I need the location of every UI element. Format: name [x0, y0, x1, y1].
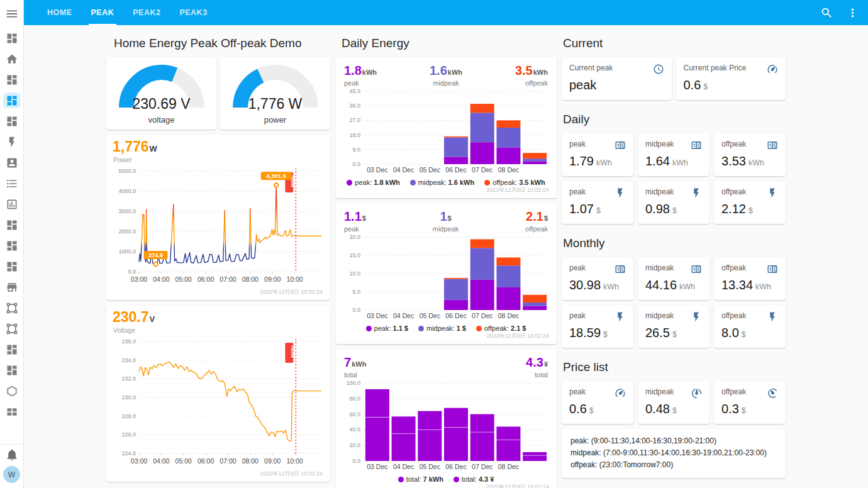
sidebar-item-vector-2[interactable] — [3, 321, 21, 336]
voltage-gauge-card[interactable]: 230.69 V voltage — [106, 57, 216, 130]
x-tick-label: 05 Dec — [420, 166, 440, 174]
bar-segment — [470, 432, 494, 461]
power-chart-subtitle: Power — [113, 156, 324, 164]
stat-card-unit: kWh — [596, 158, 612, 167]
y-tick-label: 60.0 — [349, 411, 360, 418]
bar-segment — [470, 113, 494, 142]
legend-item[interactable]: offpeak: 2.1 $ — [476, 324, 526, 332]
daily-energy-kwh-stat-peak: 1.8kWhpeak — [344, 64, 377, 87]
x-tick-label: 05 Dec — [420, 463, 440, 470]
stat-card-row: peak1.07$midpeak0.98$offpeak2.12$ — [562, 181, 786, 224]
sidebar-item-dashboard-8[interactable] — [3, 362, 21, 378]
sidebar-item-dashboard-6[interactable] — [3, 258, 21, 274]
x-tick-label: 05:00 — [175, 457, 192, 465]
daily-offpeak-card[interactable]: offpeak2.12$ — [714, 181, 786, 224]
x-tick-label: 09:00 — [264, 275, 281, 283]
sidebar-item-hacs[interactable] — [3, 279, 21, 295]
tab-home[interactable]: HOME — [38, 0, 82, 25]
stat-card-label: midpeak — [645, 187, 674, 196]
monthly-peak-card[interactable]: peak30.98kWh — [562, 257, 633, 300]
daily-peak-card[interactable]: peak1.79kWh — [562, 133, 633, 176]
legend-item[interactable]: midpeak: 1.6 kWh — [410, 179, 474, 186]
view-tabs: HOMEPEAKPEAK2PEAK3 — [38, 0, 217, 25]
y-tick-label: 226.0 — [121, 431, 136, 438]
x-tick-label: 08:00 — [242, 275, 259, 283]
tab-peak2[interactable]: PEAK2 — [123, 0, 170, 25]
legend-item[interactable]: peak: 1.1 $ — [366, 324, 408, 332]
y-tick-label: 5.0 — [352, 289, 360, 295]
x-tick-label: 06 Dec — [445, 463, 466, 470]
stat-card-label: peak — [569, 387, 586, 396]
legend-item[interactable]: midpeak: 1 $ — [418, 324, 466, 332]
x-tick-label: 07 Dec — [472, 463, 492, 470]
sidebar-item-history[interactable] — [3, 196, 21, 212]
x-tick-label: 08 Dec — [498, 312, 519, 319]
x-tick-label: 04 Dec — [393, 312, 414, 319]
price-list-offpeak-card[interactable]: offpeak0.3$ — [714, 381, 786, 424]
sidebar-item-integrations[interactable] — [3, 383, 21, 399]
legend-item[interactable]: total: 7 kWh — [398, 475, 443, 483]
sidebar-item-dashboard-2[interactable] — [3, 72, 21, 87]
bar-segment — [496, 287, 520, 310]
y-tick-label: 0.0 — [128, 269, 136, 275]
y-tick-label: 15.0 — [349, 252, 360, 258]
tab-peak3[interactable]: PEAK3 — [170, 0, 216, 25]
sidebar-item-logbook[interactable] — [3, 175, 21, 191]
stat-card-label: peak — [569, 187, 586, 196]
y-tick-label: 1000.0 — [118, 248, 136, 255]
x-tick-label: 03:00 — [131, 457, 147, 465]
user-avatar[interactable]: W — [3, 466, 20, 483]
sidebar-item-person[interactable] — [3, 155, 21, 170]
bar-segment — [496, 147, 520, 164]
sidebar-item-energy[interactable] — [3, 134, 21, 150]
stat-card-row: peak0.6$midpeak0.48$offpeak0.3$ — [562, 381, 786, 424]
stat-card-unit: kWh — [603, 282, 619, 291]
line-series — [139, 362, 321, 441]
sidebar-item-dashboard-9[interactable] — [3, 404, 21, 419]
monthly-peak-card[interactable]: peak18.59$ — [562, 305, 633, 348]
tab-peak[interactable]: PEAK — [82, 0, 124, 25]
voltage-gauge-label: voltage — [106, 115, 216, 125]
monthly-midpeak-card[interactable]: midpeak44.16kWh — [638, 257, 709, 300]
legend-item[interactable]: offpeak: 3.5 kWh — [484, 179, 545, 186]
sidebar-item-dashboard-7[interactable] — [3, 341, 21, 357]
stat-card-label: offpeak — [721, 140, 746, 148]
more-vert-icon[interactable] — [846, 6, 859, 19]
sidebar-item-dashboard-4[interactable] — [3, 217, 21, 233]
price-list-peak-card[interactable]: peak0.6$ — [562, 381, 633, 424]
daily-energy-total-stat-total: 4.3¥total — [526, 355, 548, 379]
sidebar-item-dashboard-5[interactable] — [3, 238, 21, 253]
sidebar-item-home-energy[interactable] — [3, 51, 21, 67]
current-current-peak-card[interactable]: Current peakpeak — [562, 57, 672, 100]
notifications-bell-icon[interactable] — [6, 448, 18, 463]
power-gauge-card[interactable]: 1,776 W power — [220, 57, 330, 130]
y-tick-label: 2000.0 — [118, 228, 136, 235]
voltage-chart-timestamp: 2022年12月9日 10:02:24 — [113, 470, 323, 478]
sidebar-item-dashboard-1[interactable] — [3, 30, 21, 46]
monthly-offpeak-card[interactable]: offpeak8.0$ — [714, 305, 786, 348]
daily-energy-kwh-chart: 0.09.018.027.036.045.003 Dec04 Dec05 Dec… — [342, 87, 549, 175]
bar-segment — [444, 137, 468, 157]
flash-icon — [691, 311, 702, 323]
monthly-midpeak-card[interactable]: midpeak26.5$ — [638, 305, 709, 348]
sidebar-item-dashboard-3[interactable] — [3, 113, 21, 129]
daily-peak-card[interactable]: peak1.07$ — [562, 181, 633, 224]
daily-midpeak-card[interactable]: midpeak0.98$ — [638, 181, 709, 224]
sidebar-item-vector-1[interactable] — [3, 300, 21, 316]
daily-midpeak-card[interactable]: midpeak1.64kWh — [638, 133, 709, 176]
search-icon[interactable] — [820, 6, 833, 19]
sidebar-item-peak-dashboard[interactable] — [3, 92, 21, 108]
price-list-midpeak-card[interactable]: midpeak0.48$ — [638, 381, 709, 424]
legend-item[interactable]: peak: 1.8 kWh — [347, 179, 400, 186]
menu-icon[interactable] — [5, 0, 19, 28]
daily-energy-kwh-stats: 1.8kWhpeak1.6kWhmidpeak3.5kWhoffpeak — [342, 62, 550, 87]
daily-energy-cost-stat-peak: 1.1$peak — [344, 209, 366, 233]
monthly-offpeak-card[interactable]: offpeak13.34kWh — [714, 257, 786, 300]
current-current-peak-price-card[interactable]: Current peak Price0.6$ — [676, 57, 786, 100]
power-chart-card: 1,776W Power 0.01000.02000.03000.04000.0… — [106, 135, 330, 300]
daily-energy-cost-stat-midpeak: 1$midpeak — [433, 209, 459, 233]
legend-item[interactable]: total: 4.3 ¥ — [453, 475, 494, 483]
daily-offpeak-card[interactable]: offpeak3.53kWh — [714, 133, 786, 176]
y-tick-label: 228.0 — [121, 413, 136, 419]
y-tick-label: 232.0 — [121, 375, 136, 382]
